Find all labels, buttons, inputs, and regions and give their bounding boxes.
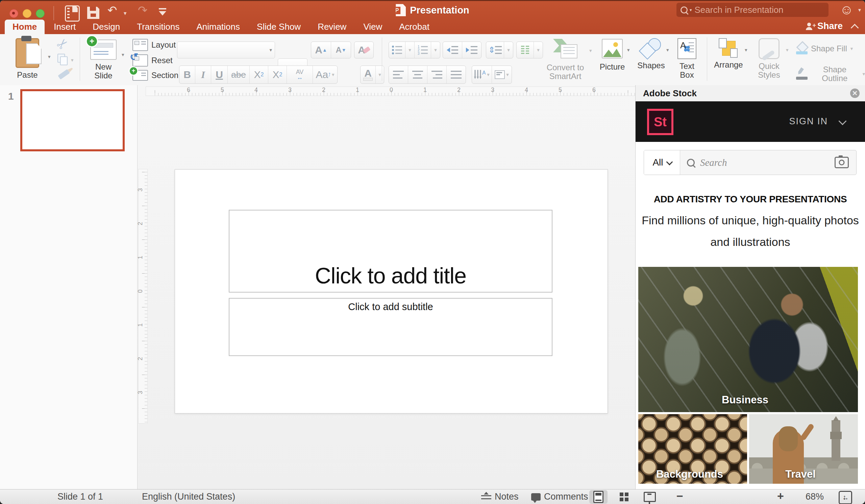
undo-dropdown[interactable]: ▾	[124, 6, 127, 21]
bullets-dropdown[interactable]: ▾	[405, 42, 415, 58]
search-filter-dropdown[interactable]: All	[644, 150, 680, 175]
tab-insert[interactable]: Insert	[46, 20, 83, 34]
subscript-button[interactable]: X2	[268, 66, 287, 83]
zoom-window-button[interactable]	[36, 9, 45, 18]
adobe-search-input[interactable]	[700, 157, 830, 168]
align-center-button[interactable]	[408, 66, 427, 83]
section-button[interactable]: + Section▾	[132, 70, 184, 81]
justify-button[interactable]	[447, 66, 465, 83]
font-color-dropdown[interactable]: ▾	[376, 66, 384, 83]
increase-indent-button[interactable]	[462, 42, 481, 58]
tab-animations[interactable]: Animations	[188, 20, 248, 34]
collapse-ribbon-button[interactable]	[851, 24, 858, 32]
redo-button[interactable]: ↷	[138, 3, 148, 17]
character-spacing-button[interactable]: AV ↔	[287, 66, 313, 83]
picture-button[interactable]: Picture	[599, 39, 626, 71]
underline-button[interactable]: U	[211, 66, 228, 83]
slideshow-view-button[interactable]	[641, 490, 659, 504]
change-case-button[interactable]: Aa⤴▾	[313, 66, 337, 83]
category-business[interactable]: Business	[638, 267, 858, 412]
font-color-button[interactable]: A	[360, 66, 376, 83]
font-name-combobox[interactable]: ▾	[177, 42, 275, 58]
normal-view-button[interactable]	[589, 490, 608, 504]
quick-styles-button[interactable]: Quick Styles	[753, 38, 785, 79]
slide-sorter-view-button[interactable]	[615, 490, 633, 504]
horizontal-ruler[interactable]: 6 5 4 3 2 1 0 1 2 3 4 5 6	[146, 86, 636, 96]
comments-button[interactable]: Comments	[531, 492, 588, 502]
decrease-indent-button[interactable]	[443, 42, 462, 58]
vertical-ruler[interactable]: 3 2 1 0 1 2 3	[138, 169, 148, 424]
language-button[interactable]: English (United States)	[142, 492, 235, 502]
numbering-button[interactable]: 123	[415, 42, 431, 58]
smartart-dropdown[interactable]: ▾	[589, 48, 592, 54]
undo-button[interactable]: ↶	[107, 3, 117, 17]
shapes-dropdown[interactable]: ▾	[666, 47, 669, 53]
share-button[interactable]: + Share	[806, 21, 843, 32]
customize-toolbar-button[interactable]	[158, 8, 167, 16]
tab-acrobat[interactable]: Acrobat	[391, 20, 437, 34]
shape-outline-button[interactable]: Shape Outline▾	[796, 65, 865, 83]
sign-in-button[interactable]: SIGN IN	[789, 116, 828, 127]
tab-review[interactable]: Review	[310, 20, 354, 34]
category-backgrounds[interactable]: Backgrounds	[638, 414, 747, 484]
columns-button[interactable]	[517, 42, 534, 58]
format-painter-button[interactable]	[58, 72, 70, 77]
new-slide-button[interactable]: + New Slide	[87, 37, 119, 80]
minimize-window-button[interactable]	[23, 9, 32, 18]
cut-button[interactable]: ✂	[57, 36, 68, 52]
zoom-out-button[interactable]: −	[677, 490, 683, 503]
text-direction-button[interactable]: A ▾	[472, 66, 492, 83]
line-spacing-button[interactable]: ⇕	[486, 42, 504, 58]
visual-search-camera-button[interactable]	[834, 157, 849, 168]
align-right-button[interactable]	[427, 66, 447, 83]
decrease-font-size-button[interactable]: A▼	[331, 42, 351, 58]
zoom-in-button[interactable]: +	[777, 490, 784, 503]
align-text-button[interactable]: ▾	[492, 66, 511, 83]
layout-button[interactable]: Layout▾	[132, 39, 182, 51]
columns-dropdown[interactable]: ▾	[534, 42, 543, 58]
convert-to-smartart-button[interactable]: Convert to SmartArt	[543, 39, 587, 81]
category-travel[interactable]: Travel	[749, 414, 858, 484]
arrange-button[interactable]: Arrange	[713, 38, 744, 69]
quick-styles-dropdown[interactable]: ▾	[786, 47, 789, 53]
tab-design[interactable]: Design	[85, 20, 128, 34]
reset-button[interactable]: ↺ Reset	[132, 55, 173, 67]
sign-in-chevron-icon[interactable]	[838, 117, 846, 125]
toggle-sidebar-button[interactable]	[65, 5, 80, 22]
new-slide-dropdown[interactable]: ▾	[122, 52, 124, 58]
titlebar-search[interactable]: ▾	[677, 3, 829, 17]
close-panel-button[interactable]: ✕	[850, 89, 860, 98]
bullets-button[interactable]	[389, 42, 405, 58]
picture-dropdown[interactable]: ▾	[627, 47, 630, 53]
tab-home[interactable]: Home	[5, 20, 45, 34]
tab-slide-show[interactable]: Slide Show	[249, 20, 309, 34]
arrange-dropdown[interactable]: ▾	[745, 47, 747, 53]
close-window-button[interactable]	[10, 9, 18, 18]
italic-button[interactable]: I	[195, 66, 211, 83]
feedback-smiley-button[interactable]: ☺	[840, 2, 854, 17]
tab-view[interactable]: View	[356, 20, 390, 34]
zoom-level[interactable]: 68%	[806, 492, 824, 502]
shape-fill-button[interactable]: Shape Fill▾	[796, 43, 853, 55]
subtitle-placeholder[interactable]: Click to add subtitle	[229, 298, 552, 356]
bold-button[interactable]: B	[180, 66, 195, 83]
save-button[interactable]	[87, 7, 99, 19]
slide-editor[interactable]: Click to add title Click to add subtitle	[175, 169, 608, 413]
shapes-button[interactable]: Shapes	[637, 38, 666, 70]
search-input[interactable]	[694, 4, 824, 15]
title-placeholder[interactable]: Click to add title	[229, 210, 552, 293]
increase-font-size-button[interactable]: A▲	[311, 42, 331, 58]
superscript-button[interactable]: X2	[250, 66, 268, 83]
numbering-dropdown[interactable]: ▾	[431, 42, 440, 58]
adobe-search-field[interactable]	[680, 150, 856, 175]
strikethrough-button[interactable]: abe	[228, 66, 250, 83]
text-box-button[interactable]: Text Box	[674, 38, 700, 79]
slide-thumbnail-1[interactable]	[20, 89, 125, 151]
paste-button[interactable]: Paste	[9, 37, 46, 79]
paste-dropdown[interactable]: ▾	[48, 54, 51, 60]
line-spacing-dropdown[interactable]: ▾	[504, 42, 513, 58]
align-left-button[interactable]	[389, 66, 408, 83]
fit-slide-button[interactable]: ↔↔	[839, 491, 852, 504]
tab-transitions[interactable]: Transitions	[129, 20, 187, 34]
copy-button[interactable]: ▾	[57, 54, 74, 67]
